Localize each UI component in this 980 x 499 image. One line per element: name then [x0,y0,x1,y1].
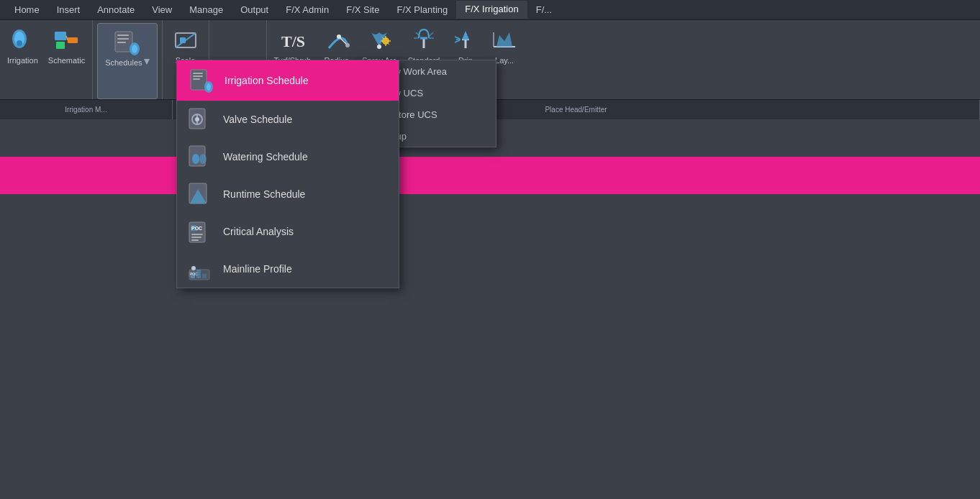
svg-rect-56 [193,78,200,80]
menu-manage[interactable]: Manage [181,1,232,18]
svg-rect-8 [117,35,129,36]
menu-view[interactable]: View [143,1,181,18]
svg-line-38 [455,37,460,39]
turf-shrub-icon: T/S [278,26,307,55]
svg-line-39 [455,40,460,42]
schedules-button[interactable]: Schedules [97,23,157,99]
svg-point-62 [195,117,199,122]
ribbon-group-irrigation: Irrigation Schematic [0,20,93,99]
radius-icon [322,26,351,55]
menu-fxplanting[interactable]: F/X Planting [388,1,456,18]
ribbon-group-schedules: Schedules [93,20,162,99]
spray-arc-icon [365,26,394,55]
svg-rect-9 [117,38,129,40]
valve-schedule-label: Valve Schedule [223,114,292,125]
svg-line-6 [66,36,68,40]
svg-point-80 [191,266,196,270]
schematic-label: Schematic [48,56,85,65]
svg-point-65 [199,154,207,164]
schedules-dropdown-arrow [144,59,150,65]
menu-home[interactable]: Home [6,1,48,18]
main-content [0,119,980,499]
svg-text:POC: POC [190,272,198,276]
irrigation-label: Irrigation [7,56,38,65]
runtime-schedule-label: Runtime Schedule [223,188,305,200]
critical-analysis-icon: POC [187,219,213,244]
valve-schedule-icon [187,106,213,132]
svg-point-58 [207,83,211,91]
svg-point-20 [345,43,350,47]
svg-rect-71 [191,234,203,235]
dropdown-item-critical-analysis[interactable]: POC Critical Analysis [177,213,399,250]
svg-point-21 [377,45,381,49]
svg-point-64 [192,154,199,164]
svg-rect-72 [191,237,201,238]
menu-fxirrigation[interactable]: F/X Irrigation [456,1,527,19]
dropdown-item-mainline-profile[interactable]: POC Mainline Profile [177,250,399,288]
schedules-icon [113,28,142,57]
svg-rect-10 [117,42,126,43]
svg-text:T/S: T/S [281,32,305,50]
svg-line-33 [429,32,433,37]
svg-rect-55 [193,75,203,77]
mainline-profile-label: Mainline Profile [223,263,292,275]
mainline-profile-icon: POC [187,256,213,282]
menu-insert[interactable]: Insert [48,1,89,18]
irrigation-schedule-icon [189,68,214,93]
svg-rect-4 [56,42,65,49]
irrigation-button[interactable]: Irrigation [3,23,42,99]
svg-point-2 [17,40,22,46]
svg-rect-5 [68,37,78,43]
irrigation-icon [8,26,37,55]
svg-line-28 [388,43,389,45]
dropdown-item-watering-schedule[interactable]: Watering Schedule [177,138,399,175]
watering-schedule-label: Watering Schedule [223,151,308,162]
svg-rect-3 [55,32,66,40]
dropdown-item-runtime-schedule[interactable]: Runtime Schedule [177,175,399,213]
ribbon-group-icons-irrigation: Irrigation Schematic [3,23,89,99]
menu-bar: Home Insert Annotate View Manage Output … [0,0,980,20]
watering-schedule-icon [187,144,213,170]
svg-rect-54 [193,73,203,74]
dropdown-item-valve-schedule[interactable]: Valve Schedule [177,101,399,138]
schedules-dropdown: Irrigation Schedule Valve Schedule Water… [176,60,399,288]
lay-label: Lay... [495,56,514,65]
schematic-button[interactable]: Schematic [44,23,89,99]
schedules-label: Schedules [105,58,142,67]
schematic-icon [52,26,81,55]
menu-fxsite[interactable]: F/X Site [337,1,388,18]
svg-rect-16 [180,37,186,43]
svg-point-12 [132,45,137,53]
svg-text:POC: POC [191,226,202,231]
drip-icon [451,26,480,55]
menu-fx-other[interactable]: F/... [527,1,561,18]
critical-analysis-label: Critical Analysis [223,226,294,237]
svg-rect-73 [191,239,199,241]
irrigation-schedule-label: Irrigation Schedule [224,75,309,86]
svg-marker-13 [144,59,150,65]
scale-icon [171,26,200,55]
label-irrigation-management: Irrigation M... [0,100,173,119]
menu-output[interactable]: Output [232,1,277,18]
runtime-schedule-icon [187,181,213,207]
dropdown-item-irrigation-schedule[interactable]: Irrigation Schedule [177,60,399,101]
menu-fxadmin[interactable]: F/X Admin [277,1,337,18]
svg-rect-77 [202,274,207,278]
standard-icon [409,26,438,55]
lay-icon [490,26,519,55]
menu-annotate[interactable]: Annotate [89,1,143,18]
